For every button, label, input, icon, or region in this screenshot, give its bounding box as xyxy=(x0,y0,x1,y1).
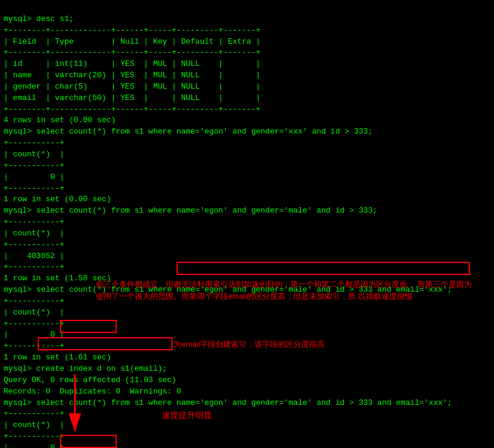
terminal-line-22: +-----------+ xyxy=(4,240,490,251)
annotation-2: 为email字段创建索引，该字段的区分度很高 xyxy=(174,338,473,350)
terminal-line-5: | name | varchar(20) | YES | MUL | NULL … xyxy=(4,70,490,81)
terminal-line-20: +-----------+ xyxy=(4,217,490,228)
terminal-line-13: | count(*) | xyxy=(4,149,490,161)
terminal-line-8: +--------+-------------+------+-----+---… xyxy=(4,104,490,116)
terminal-line-29: | count(*) | xyxy=(4,307,490,319)
terminal-line-9: 4 rows in set (0.00 sec) xyxy=(4,115,490,126)
terminal-line-15: | 0 | xyxy=(4,172,490,183)
terminal-line-7: | email | varchar(50) | YES | | NULL | | xyxy=(4,93,490,104)
annotation-3: 速度提升明显 xyxy=(162,410,212,421)
terminal-line-12: +-----------+ xyxy=(4,138,490,149)
terminal-line-19: mysql> select count(*) from s1 where nam… xyxy=(4,205,490,217)
terminal-line-21: | count(*) | xyxy=(4,228,490,240)
sql-highlight-box-1 xyxy=(177,262,470,275)
terminal-line-1: +--------+-------------+------+-----+---… xyxy=(4,25,490,37)
terminal-line-23: | 403052 | xyxy=(4,251,490,262)
terminal-line-14: +-----------+ xyxy=(4,161,490,172)
terminal-line-3: +--------+-------------+------+-----+---… xyxy=(4,47,490,59)
terminal-line-33: 1 row in set (1.61 sec) xyxy=(4,352,490,364)
create-index-highlight xyxy=(38,337,172,350)
terminal-line-17: 1 row in set (0.00 sec) xyxy=(4,194,490,205)
terminal-line-11: mysql> select count(*) from s1 where nam… xyxy=(4,126,490,138)
terminal-line-4: | id | int(11) | YES | MUL | NULL | | xyxy=(4,59,490,70)
terminal-line-0: mysql> desc s1; xyxy=(4,14,490,25)
down-arrow xyxy=(63,371,87,437)
terminal-line-16: +-----------+ xyxy=(4,183,490,195)
terminal-line-6: | gender | char(5) | YES | MUL | NULL | … xyxy=(4,81,490,93)
time-highlight-1 xyxy=(60,320,117,333)
terminal-line-2: | Field | Type | Null | Key | Default | … xyxy=(4,37,490,48)
annotation-1: 前三个条件都成立，但都无法利用索引达到加速的目的：第一个和第二个都是因为区分度低… xyxy=(96,279,479,302)
